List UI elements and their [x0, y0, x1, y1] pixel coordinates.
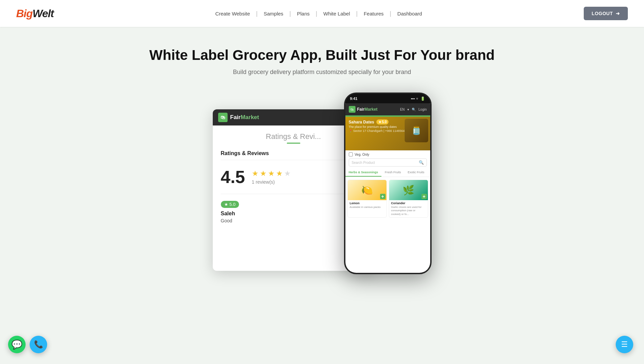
phone-product-lemon-img: 🍋 +	[348, 180, 386, 200]
phone-search-text: Search Product	[352, 161, 417, 165]
phone-logo: 🛍 FairMarket	[349, 106, 378, 113]
badge-score: 5.0	[230, 202, 236, 207]
phone-store-rating: 5.0	[382, 120, 387, 124]
phone-status: ▪▪▪ ᯤ 🔋	[411, 97, 426, 101]
logo-welt: Welt	[33, 7, 54, 20]
phone-screen: 🛍 FairMarket EN▾ 🔍 Login Sahara Dates ★ …	[345, 103, 430, 273]
brand-logo[interactable]: BigWelt	[16, 7, 54, 20]
phone-product-lemon-name: Lemon	[350, 202, 384, 205]
phone-mockup: 9:41 ▪▪▪ ᯤ 🔋 🛍 FairMarket EN▾ 🔍 Login	[344, 93, 432, 274]
logout-label: LOGOUT	[592, 11, 613, 16]
logout-button[interactable]: LOGOUT ➜	[584, 7, 628, 20]
web-review-count: 1 review(s)	[252, 179, 291, 185]
nav-samples[interactable]: Samples	[258, 11, 289, 16]
phone-rating-badge: ★ 5.0	[376, 119, 389, 124]
navbar: BigWelt Create Website | Samples | Plans…	[0, 0, 644, 27]
phone-icon: 📞	[34, 340, 43, 349]
phone-search-icon-btn[interactable]: 🔍	[419, 160, 424, 165]
phone-product-herb-info: Coriander Garlic cloves are used for con…	[389, 200, 428, 217]
logo-big: Big	[16, 7, 33, 20]
web-rating-details: ★ ★ ★ ★ ★ 1 review(s)	[252, 169, 291, 185]
web-logo: 🛍 FairMarket	[218, 113, 259, 122]
web-logo-icon: 🛍	[218, 113, 228, 122]
phone-time: 9:41	[350, 97, 358, 101]
nav-white-label[interactable]: White Label	[317, 11, 356, 16]
phone-store-title: Sahara Dates	[349, 120, 374, 124]
phone-notch: 9:41 ▪▪▪ ᯤ 🔋	[345, 94, 430, 103]
phone-product-lemon-info: Lemon Available in various packs	[348, 200, 386, 210]
star-3: ★	[268, 169, 275, 178]
phone-store-address: Sector 17 Chandigarh | +966 114656400	[353, 129, 408, 133]
phone-header: 🛍 FairMarket EN▾ 🔍 Login	[345, 103, 430, 115]
phone-store-image: 🫙	[405, 119, 428, 142]
hero-section: White Label Grocery App, Built Just For …	[0, 27, 644, 82]
phone-category-tabs: Herbs & Seasonings Fresh Fruits Exotic F…	[345, 169, 430, 177]
phone-product-herb-desc: Garlic cloves are used for consumption (…	[391, 206, 426, 216]
phone-cat-fresh[interactable]: Fresh Fruits	[381, 169, 404, 177]
star-4: ★	[276, 169, 283, 178]
phone-cat-exotic[interactable]: Exotic Fruits	[404, 169, 428, 177]
nav-features[interactable]: Features	[358, 11, 389, 16]
logout-icon: ➜	[616, 11, 620, 16]
phone-store-header: Sahara Dates ★ 5.0 The place for premium…	[345, 117, 430, 150]
menu-icon: ☰	[621, 340, 628, 349]
star-1: ★	[252, 169, 259, 178]
whatsapp-icon: 💬	[11, 339, 22, 350]
phone-add-herb-btn[interactable]: +	[421, 194, 427, 199]
star-5: ★	[284, 169, 291, 178]
phone-products: 🍋 + Lemon Available in various packs 🌿 +…	[345, 177, 430, 220]
veg-only-label: Veg. Only	[355, 153, 369, 156]
phone-button[interactable]: 📞	[30, 336, 47, 353]
menu-button[interactable]: ☰	[616, 336, 633, 353]
phone-product-coriander: 🌿 + Coriander Garlic cloves are used for…	[389, 180, 428, 218]
phone-login[interactable]: Login	[418, 108, 427, 111]
phone-header-actions: EN▾ 🔍 Login	[400, 108, 427, 111]
hero-subtitle: Build grocery delivery platform customiz…	[7, 69, 637, 76]
nav-plans[interactable]: Plans	[291, 11, 316, 16]
phone-product-herb-img: 🌿 +	[389, 180, 428, 200]
phone-logo-text: FairMarket	[357, 107, 378, 112]
phone-veg-row: Veg. Only	[345, 150, 430, 158]
web-logo-text: FairMarket	[230, 114, 259, 121]
mockup-area: 🛍 FairMarket EN ▾ Ratings & Revi... Rati…	[213, 93, 432, 281]
phone-add-lemon-btn[interactable]: +	[380, 194, 385, 199]
web-reviewer-badge: ★ 5.0	[221, 201, 239, 208]
phone-search-icon: 🔍	[412, 108, 416, 111]
nav-create-website[interactable]: Create Website	[209, 11, 256, 16]
hero-title: White Label Grocery App, Built Just For …	[7, 47, 637, 63]
phone-search-bar[interactable]: Search Product 🔍	[349, 158, 427, 167]
phone-product-lemon-desc: Available in various packs	[350, 206, 384, 209]
phone-product-herb-name: Coriander	[391, 202, 426, 205]
location-icon: 📍	[349, 129, 352, 133]
phone-logo-icon: 🛍	[349, 106, 355, 113]
star-2: ★	[260, 169, 267, 178]
veg-checkbox[interactable]	[349, 152, 353, 156]
nav-links: Create Website | Samples | Plans | White…	[209, 10, 428, 17]
phone-cat-herbs[interactable]: Herbs & Seasonings	[345, 169, 382, 177]
nav-dashboard[interactable]: Dashboard	[391, 11, 428, 16]
web-rating-score: 4.5	[221, 167, 245, 187]
phone-product-lemon: 🍋 + Lemon Available in various packs	[347, 180, 387, 218]
web-rating-stars: ★ ★ ★ ★ ★	[252, 169, 291, 178]
phone-lang: EN	[400, 108, 405, 111]
whatsapp-button[interactable]: 💬	[8, 336, 26, 353]
star-badge-icon: ★	[224, 202, 228, 207]
